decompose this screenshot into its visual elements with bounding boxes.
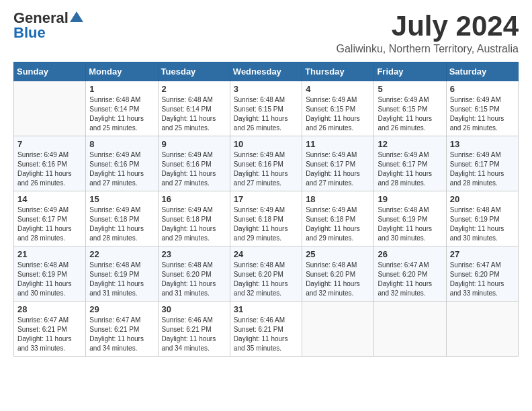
day-number: 5 bbox=[378, 84, 442, 94]
day-number: 2 bbox=[162, 84, 226, 94]
logo-icon bbox=[70, 10, 83, 24]
calendar-cell: 16Sunrise: 6:49 AM Sunset: 6:18 PM Dayli… bbox=[158, 191, 230, 246]
day-number: 24 bbox=[234, 249, 298, 259]
day-info: Sunrise: 6:46 AM Sunset: 6:21 PM Dayligh… bbox=[234, 316, 298, 353]
calendar-header-cell: Friday bbox=[374, 62, 446, 81]
calendar-header-cell: Saturday bbox=[446, 62, 518, 81]
day-number: 14 bbox=[17, 194, 82, 204]
day-info: Sunrise: 6:49 AM Sunset: 6:16 PM Dayligh… bbox=[89, 150, 154, 188]
day-info: Sunrise: 6:48 AM Sunset: 6:20 PM Dayligh… bbox=[306, 261, 370, 298]
day-info: Sunrise: 6:48 AM Sunset: 6:14 PM Dayligh… bbox=[89, 95, 154, 133]
calendar-cell: 28Sunrise: 6:47 AM Sunset: 6:21 PM Dayli… bbox=[14, 302, 86, 357]
day-number: 30 bbox=[162, 304, 226, 314]
calendar-cell bbox=[374, 302, 446, 357]
day-number: 4 bbox=[306, 84, 370, 94]
day-info: Sunrise: 6:49 AM Sunset: 6:15 PM Dayligh… bbox=[306, 95, 370, 133]
day-number: 22 bbox=[89, 249, 154, 259]
day-info: Sunrise: 6:48 AM Sunset: 6:14 PM Dayligh… bbox=[162, 95, 226, 133]
calendar-cell: 9Sunrise: 6:49 AM Sunset: 6:16 PM Daylig… bbox=[158, 136, 230, 191]
calendar-header-row: SundayMondayTuesdayWednesdayThursdayFrid… bbox=[14, 62, 519, 81]
calendar-cell: 11Sunrise: 6:49 AM Sunset: 6:17 PM Dayli… bbox=[302, 136, 374, 191]
calendar-row: 14Sunrise: 6:49 AM Sunset: 6:17 PM Dayli… bbox=[14, 191, 519, 246]
calendar-cell: 8Sunrise: 6:49 AM Sunset: 6:16 PM Daylig… bbox=[86, 136, 158, 191]
day-info: Sunrise: 6:46 AM Sunset: 6:21 PM Dayligh… bbox=[162, 316, 226, 353]
calendar-cell: 23Sunrise: 6:48 AM Sunset: 6:20 PM Dayli… bbox=[158, 246, 230, 302]
day-info: Sunrise: 6:49 AM Sunset: 6:17 PM Dayligh… bbox=[450, 150, 515, 188]
day-number: 26 bbox=[378, 249, 442, 259]
calendar-cell: 15Sunrise: 6:49 AM Sunset: 6:18 PM Dayli… bbox=[86, 191, 158, 246]
subtitle: Galiwinku, Northern Territory, Australia bbox=[336, 43, 519, 55]
day-info: Sunrise: 6:49 AM Sunset: 6:16 PM Dayligh… bbox=[17, 150, 82, 188]
day-number: 10 bbox=[234, 139, 298, 149]
day-info: Sunrise: 6:48 AM Sunset: 6:20 PM Dayligh… bbox=[162, 261, 226, 298]
day-info: Sunrise: 6:47 AM Sunset: 6:20 PM Dayligh… bbox=[450, 261, 515, 298]
day-info: Sunrise: 6:47 AM Sunset: 6:21 PM Dayligh… bbox=[17, 316, 82, 353]
day-info: Sunrise: 6:49 AM Sunset: 6:16 PM Dayligh… bbox=[162, 150, 226, 188]
day-info: Sunrise: 6:49 AM Sunset: 6:18 PM Dayligh… bbox=[306, 205, 370, 243]
calendar-header-cell: Tuesday bbox=[158, 62, 230, 81]
calendar-row: 1Sunrise: 6:48 AM Sunset: 6:14 PM Daylig… bbox=[14, 81, 519, 136]
day-info: Sunrise: 6:49 AM Sunset: 6:17 PM Dayligh… bbox=[378, 150, 442, 188]
calendar-row: 28Sunrise: 6:47 AM Sunset: 6:21 PM Dayli… bbox=[14, 302, 519, 357]
day-number: 3 bbox=[234, 84, 298, 94]
logo-general: General bbox=[13, 11, 69, 26]
day-number: 28 bbox=[17, 304, 82, 314]
calendar-body: 1Sunrise: 6:48 AM Sunset: 6:14 PM Daylig… bbox=[14, 81, 519, 357]
calendar-header-cell: Sunday bbox=[14, 62, 86, 81]
calendar-row: 21Sunrise: 6:48 AM Sunset: 6:19 PM Dayli… bbox=[14, 246, 519, 302]
header: General Blue July 2024 Galiwinku, Northe… bbox=[13, 11, 519, 55]
day-info: Sunrise: 6:49 AM Sunset: 6:18 PM Dayligh… bbox=[234, 205, 298, 243]
day-info: Sunrise: 6:49 AM Sunset: 6:17 PM Dayligh… bbox=[17, 205, 82, 243]
day-number: 25 bbox=[306, 249, 370, 259]
calendar-header-cell: Wednesday bbox=[230, 62, 302, 81]
day-info: Sunrise: 6:47 AM Sunset: 6:21 PM Dayligh… bbox=[89, 316, 154, 353]
day-number: 6 bbox=[450, 84, 515, 94]
calendar-cell bbox=[446, 302, 518, 357]
day-number: 19 bbox=[378, 194, 442, 204]
day-number: 9 bbox=[162, 139, 226, 149]
calendar-cell: 6Sunrise: 6:49 AM Sunset: 6:15 PM Daylig… bbox=[446, 81, 518, 136]
calendar-cell: 19Sunrise: 6:48 AM Sunset: 6:19 PM Dayli… bbox=[374, 191, 446, 246]
calendar-cell: 1Sunrise: 6:48 AM Sunset: 6:14 PM Daylig… bbox=[86, 81, 158, 136]
calendar-header: SundayMondayTuesdayWednesdayThursdayFrid… bbox=[14, 62, 519, 81]
day-number: 17 bbox=[234, 194, 298, 204]
calendar-cell: 14Sunrise: 6:49 AM Sunset: 6:17 PM Dayli… bbox=[14, 191, 86, 246]
day-number: 27 bbox=[450, 249, 515, 259]
calendar-cell: 31Sunrise: 6:46 AM Sunset: 6:21 PM Dayli… bbox=[230, 302, 302, 357]
calendar-cell: 30Sunrise: 6:46 AM Sunset: 6:21 PM Dayli… bbox=[158, 302, 230, 357]
calendar-cell: 17Sunrise: 6:49 AM Sunset: 6:18 PM Dayli… bbox=[230, 191, 302, 246]
day-info: Sunrise: 6:49 AM Sunset: 6:15 PM Dayligh… bbox=[378, 95, 442, 133]
day-info: Sunrise: 6:48 AM Sunset: 6:15 PM Dayligh… bbox=[234, 95, 298, 133]
calendar-cell: 4Sunrise: 6:49 AM Sunset: 6:15 PM Daylig… bbox=[302, 81, 374, 136]
day-info: Sunrise: 6:48 AM Sunset: 6:19 PM Dayligh… bbox=[89, 261, 154, 298]
day-info: Sunrise: 6:48 AM Sunset: 6:19 PM Dayligh… bbox=[450, 205, 515, 243]
day-number: 21 bbox=[17, 249, 82, 259]
calendar-cell: 22Sunrise: 6:48 AM Sunset: 6:19 PM Dayli… bbox=[86, 246, 158, 302]
day-number: 18 bbox=[306, 194, 370, 204]
day-number: 20 bbox=[450, 194, 515, 204]
calendar-cell: 21Sunrise: 6:48 AM Sunset: 6:19 PM Dayli… bbox=[14, 246, 86, 302]
calendar-cell: 27Sunrise: 6:47 AM Sunset: 6:20 PM Dayli… bbox=[446, 246, 518, 302]
calendar-cell: 25Sunrise: 6:48 AM Sunset: 6:20 PM Dayli… bbox=[302, 246, 374, 302]
calendar-cell: 26Sunrise: 6:47 AM Sunset: 6:20 PM Dayli… bbox=[374, 246, 446, 302]
day-number: 15 bbox=[89, 194, 154, 204]
day-info: Sunrise: 6:48 AM Sunset: 6:19 PM Dayligh… bbox=[17, 261, 82, 298]
calendar-cell: 18Sunrise: 6:49 AM Sunset: 6:18 PM Dayli… bbox=[302, 191, 374, 246]
logo-blue: Blue bbox=[13, 26, 46, 40]
day-number: 16 bbox=[162, 194, 226, 204]
calendar-cell: 5Sunrise: 6:49 AM Sunset: 6:15 PM Daylig… bbox=[374, 81, 446, 136]
calendar-cell: 12Sunrise: 6:49 AM Sunset: 6:17 PM Dayli… bbox=[374, 136, 446, 191]
day-number: 31 bbox=[234, 304, 298, 314]
day-info: Sunrise: 6:47 AM Sunset: 6:20 PM Dayligh… bbox=[378, 261, 442, 298]
day-number: 11 bbox=[306, 139, 370, 149]
day-number: 1 bbox=[89, 84, 154, 94]
title-area: July 2024 Galiwinku, Northern Territory,… bbox=[336, 11, 519, 55]
calendar-cell: 20Sunrise: 6:48 AM Sunset: 6:19 PM Dayli… bbox=[446, 191, 518, 246]
day-number: 8 bbox=[89, 139, 154, 149]
day-number: 7 bbox=[17, 139, 82, 149]
day-info: Sunrise: 6:49 AM Sunset: 6:18 PM Dayligh… bbox=[162, 205, 226, 243]
day-info: Sunrise: 6:48 AM Sunset: 6:19 PM Dayligh… bbox=[378, 205, 442, 243]
day-info: Sunrise: 6:49 AM Sunset: 6:18 PM Dayligh… bbox=[89, 205, 154, 243]
calendar-header-cell: Thursday bbox=[302, 62, 374, 81]
day-number: 13 bbox=[450, 139, 515, 149]
